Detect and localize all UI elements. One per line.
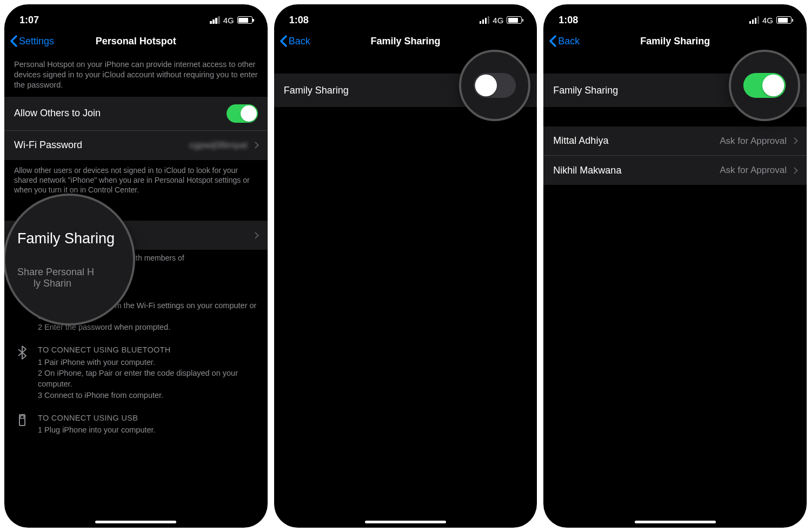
chevron-left-icon [549,35,556,47]
section-description: Allow other users or devices not signed … [4,160,268,202]
instruct-step: 1 Choose "iPhone" from the Wi-Fi setting… [38,300,258,322]
chevron-right-icon [791,167,798,174]
toggle-allow-others[interactable] [227,104,258,123]
row-label: Wi-Fi Password [14,139,189,151]
chevron-right-icon [252,232,259,239]
row-wifi-password[interactable]: Wi-Fi Password cgpwij08impat [4,131,268,160]
status-time: 1:08 [289,15,309,26]
signal-icon [480,16,490,24]
phone-3: 1:08 4G Back Family Sharing Family Shari… [543,4,807,528]
instruct-title: NECT USING WI-FI [38,288,258,298]
row-member[interactable]: Nikhil Makwana Ask for Approval [543,156,807,185]
back-button[interactable]: Back [280,35,310,47]
cell-group-family-toggle: Family Sharing [274,74,537,107]
row-allow-others[interactable]: Allow Others to Join [4,97,268,131]
phone-1: 1:07 4G Settings Personal Hotspot Person… [4,4,268,528]
network-label: 4G [223,16,234,25]
battery-icon [776,16,792,24]
back-label: Settings [19,36,54,47]
row-label: Allow Others to Join [14,108,227,119]
row-family-sharing-toggle[interactable]: Family Sharing [543,74,807,107]
toggle-family-sharing[interactable] [766,81,797,99]
member-name: Mittal Adhiya [553,135,720,147]
instruct-step: 1 Plug iPhone into your computer. [38,424,258,435]
back-button[interactable]: Settings [10,35,54,47]
nav-bar: Back Family Sharing [543,28,807,54]
svg-point-0 [22,297,23,299]
instructions-bluetooth: TO CONNECT USING BLUETOOTH 1 Pair iPhone… [4,340,268,408]
network-label: 4G [493,16,503,25]
nav-bar: Back Family Sharing [274,28,537,54]
section-description-partial: ith members of [4,250,268,269]
row-label: Family Sharing [284,85,496,96]
instructions-wifi: NECT USING WI-FI 1 Choose "iPhone" from … [4,283,268,340]
phone-2: 1:08 4G Back Family Sharing Family Shari… [274,4,537,528]
chevron-right-icon [791,137,798,144]
instruct-title: TO CONNECT USING BLUETOOTH [38,344,258,355]
back-label: Back [289,36,310,47]
network-label: 4G [762,16,773,25]
signal-icon [210,16,220,24]
status-bar: 1:07 4G [4,4,268,28]
instruct-step: 1 Pair iPhone with your computer. [38,357,258,368]
nav-bar: Settings Personal Hotspot [4,28,268,54]
status-right: 4G [210,16,252,25]
chevron-left-icon [280,35,287,47]
back-label: Back [558,36,580,47]
row-member[interactable]: Mittal Adhiya Ask for Approval [543,127,807,156]
toggle-family-sharing[interactable] [496,81,527,99]
content: Family Sharing Mittal Adhiya Ask for App… [543,54,807,528]
home-indicator[interactable] [95,521,176,523]
back-button[interactable]: Back [549,35,580,47]
cell-group-family-toggle: Family Sharing [543,74,807,107]
wifi-password-value: cgpwij08impat [189,140,248,151]
home-indicator[interactable] [635,521,716,523]
instruct-step: 2 On iPhone, tap Pair or enter the code … [38,368,258,390]
cell-group-family: Family Sharing [4,221,268,250]
chevron-right-icon [252,142,259,149]
nav-title: Family Sharing [543,36,807,47]
svg-rect-2 [21,416,24,418]
signal-icon [749,16,760,24]
battery-icon [507,16,522,24]
section-description: Personal Hotspot on your iPhone can prov… [4,54,268,97]
row-label: Family Sharing [553,85,766,96]
content: Personal Hotspot on your iPhone can prov… [4,54,268,528]
bluetooth-icon [14,344,30,400]
row-label: Family Sharing [14,230,252,241]
chevron-left-icon [10,35,17,47]
instructions-usb: TO CONNECT USING USB 1 Plug iPhone into … [4,408,268,443]
home-indicator[interactable] [365,521,446,523]
usb-icon [14,413,30,436]
status-time: 1:07 [19,15,39,26]
cell-group-hotspot: Allow Others to Join Wi-Fi Password cgpw… [4,97,268,160]
member-name: Nikhil Makwana [553,165,720,176]
wifi-icon [14,288,30,332]
content: Family Sharing [274,54,537,528]
status-bar: 1:08 4G [274,4,537,28]
row-family-sharing[interactable]: Family Sharing [4,221,268,250]
row-family-sharing-toggle[interactable]: Family Sharing [274,74,537,107]
status-time: 1:08 [559,15,578,26]
status-right: 4G [749,16,792,25]
member-status: Ask for Approval [720,165,787,176]
member-status: Ask for Approval [720,136,787,147]
status-bar: 1:08 4G [543,4,807,28]
cell-group-members: Mittal Adhiya Ask for Approval Nikhil Ma… [543,127,807,185]
nav-title: Family Sharing [274,36,537,47]
instruct-step: 2 Enter the password when prompted. [38,322,258,332]
battery-icon [237,16,252,24]
instruct-step: 3 Connect to iPhone from computer. [38,390,258,401]
instruct-title: TO CONNECT USING USB [38,413,258,423]
status-right: 4G [480,16,522,25]
